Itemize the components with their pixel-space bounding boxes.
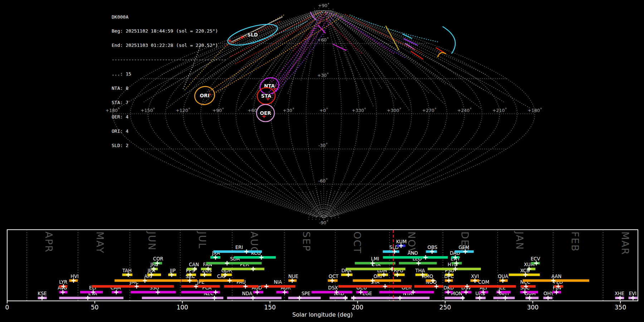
svg-text:NIA: NIA	[274, 279, 282, 285]
month-label-APR: APR	[43, 231, 54, 253]
shower-KUM: KUM	[396, 239, 406, 248]
month-label-JUL: JUL	[197, 231, 208, 249]
svg-text:300: 300	[527, 304, 538, 311]
end-time-line: End: 20251103 01:22:28 (sol = 220.52°)	[112, 43, 226, 48]
shower-QUA: QUA	[498, 274, 508, 283]
svg-text:+240˚: +240˚	[457, 108, 472, 113]
svg-text:LYR: LYR	[59, 279, 67, 285]
shower-NUE: NUE	[288, 274, 298, 283]
svg-text:ERI: ERI	[235, 245, 243, 250]
svg-text:LMI: LMI	[371, 256, 379, 262]
svg-text:STA: STA	[261, 93, 272, 99]
svg-text:AND: AND	[408, 250, 418, 256]
radiant-OER: OER	[257, 104, 274, 122]
svg-text:350: 350	[615, 304, 626, 311]
svg-text:200: 200	[352, 304, 363, 311]
svg-text:ECV: ECV	[531, 256, 540, 262]
svg-text:+210˚: +210˚	[492, 108, 507, 113]
count-ori: ORI: 4	[112, 129, 226, 133]
svg-text:COM: COM	[478, 279, 489, 285]
svg-text:AAN: AAN	[551, 274, 561, 279]
svg-text:NUE: NUE	[288, 274, 298, 279]
svg-text:QUA: QUA	[498, 274, 508, 279]
svg-text:-90˚: -90˚	[319, 220, 329, 225]
svg-text:OBS: OBS	[428, 245, 438, 250]
shower-XVI: XVI	[470, 274, 479, 283]
svg-text:XVI: XVI	[471, 274, 479, 279]
svg-text:0: 0	[5, 304, 9, 311]
svg-text:+30˚: +30˚	[317, 73, 329, 78]
count-sta: STA: 7	[112, 100, 226, 105]
shower-HVI: HVI	[69, 274, 79, 283]
legend-separator: ----------------------------------------…	[112, 57, 226, 62]
shower-bars: KSEETANZCNDASPEARDEGENTAMONURSAHYGUMOHYX…	[38, 239, 637, 300]
shower-COR: COR	[153, 256, 164, 265]
shower-GEM: GEM	[455, 245, 474, 254]
activity-timeline: APRMAYJUNJULAUGSEPOCTNOVDECJANFEBMARKSEE…	[5, 230, 638, 318]
svg-text:-30˚: -30˚	[318, 143, 328, 148]
shower-TAH: TAH	[122, 268, 132, 277]
shower-EVI: EVI	[629, 291, 638, 300]
month-label-OCT: OCT	[352, 231, 363, 254]
svg-text:250: 250	[439, 304, 451, 311]
station-id: DK000A	[112, 15, 226, 19]
svg-text:+60˚: +60˚	[248, 108, 259, 113]
svg-text:JIP: JIP	[170, 268, 176, 273]
shower-ECV: ECV	[531, 256, 540, 265]
shower-LYR: LYR	[59, 279, 67, 289]
svg-text:OER: OER	[260, 110, 271, 116]
svg-text:150: 150	[264, 304, 275, 311]
svg-text:COR: COR	[153, 256, 164, 262]
radiant-map-and-activity-chart: SLDORINTASTAOER+90˚-90˚+60˚+30˚-30˚-60˚+…	[0, 0, 644, 322]
svg-text:+180˚: +180˚	[528, 108, 542, 113]
shower-THA: THA	[415, 268, 428, 277]
svg-text:SPE: SPE	[302, 291, 311, 296]
svg-text:+30˚: +30˚	[283, 108, 294, 113]
month-label-JUN: JUN	[146, 231, 157, 251]
svg-text:KSE: KSE	[38, 291, 47, 296]
svg-text:THA: THA	[415, 268, 425, 273]
svg-text:SLD: SLD	[247, 32, 258, 38]
svg-text:+0˚: +0˚	[319, 108, 328, 113]
month-label-JAN: JAN	[514, 231, 525, 250]
count-oer: OER: 4	[112, 114, 226, 119]
svg-text:+60˚: +60˚	[317, 37, 329, 43]
svg-text:NDA: NDA	[242, 291, 253, 296]
observation-legend: DK000A Beg: 20251102 18:44:59 (sol = 220…	[112, 5, 226, 152]
svg-text:XHE: XHE	[615, 291, 624, 296]
svg-text:-60˚: -60˚	[318, 178, 328, 184]
shower-OCT: OCT	[328, 274, 339, 283]
svg-text:+330˚: +330˚	[352, 108, 366, 113]
count-nta: NTA: 8	[112, 86, 226, 91]
month-label-MAY: MAY	[94, 231, 106, 254]
shower-CAN: CAN	[187, 262, 199, 271]
shower-KSE: KSE	[38, 291, 47, 300]
svg-text:+300˚: +300˚	[387, 108, 401, 113]
svg-text:HVI: HVI	[70, 274, 79, 279]
svg-text:KUM: KUM	[396, 239, 406, 244]
month-label-MAR: MAR	[620, 231, 631, 255]
svg-text:EVI: EVI	[629, 291, 636, 296]
svg-text:+90˚: +90˚	[318, 3, 330, 8]
svg-text:TAH: TAH	[122, 268, 132, 273]
count-sld: SLD: 2	[112, 143, 226, 148]
shower-XHE: XHE	[615, 291, 624, 300]
month-label-SEP: SEP	[301, 231, 312, 252]
shower-OBS: OBS	[426, 245, 437, 254]
shower-JIP: JIP	[168, 268, 176, 277]
month-label-FEB: FEB	[570, 231, 581, 252]
svg-text:GEM: GEM	[459, 245, 469, 250]
svg-text:100: 100	[176, 304, 188, 311]
x-axis-title: Solar longitude (deg)	[292, 311, 353, 318]
shower-ORI: ORI	[353, 274, 401, 283]
begin-time-line: Beg: 20251102 18:44:59 (sol = 220.25°)	[112, 29, 226, 33]
count-sporadic: ...: 15	[112, 72, 226, 76]
svg-text:CAN: CAN	[189, 262, 199, 267]
svg-text:OCT: OCT	[329, 274, 339, 279]
svg-text:50: 50	[91, 304, 99, 311]
svg-text:+270˚: +270˚	[422, 108, 437, 113]
meteor-observation-screen: { "legend": { "station": "DK000A", "beg_…	[0, 0, 644, 322]
svg-text:DSX: DSX	[328, 285, 338, 291]
